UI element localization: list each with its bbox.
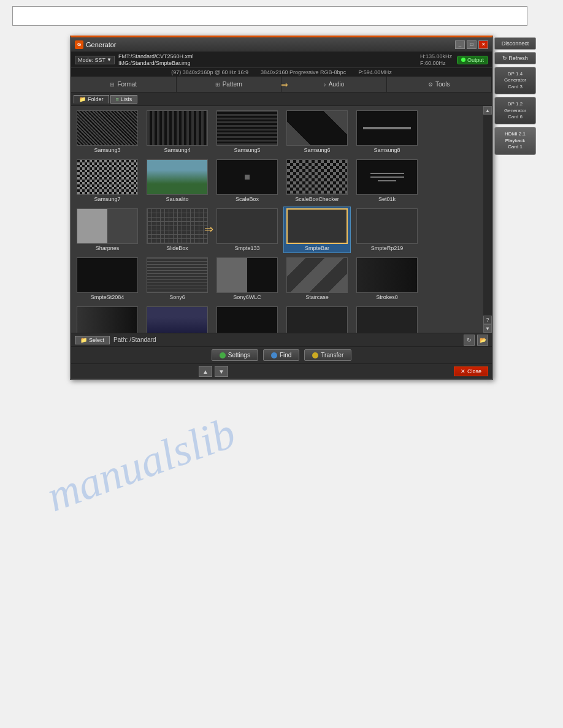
file-thumb [356, 208, 418, 244]
list-item[interactable]: Strokes0 [353, 256, 421, 302]
find-button[interactable]: Find [263, 349, 299, 361]
list-item[interactable]: TAARampB [213, 305, 281, 333]
list-item[interactable]: SmpteBar [283, 207, 351, 253]
list-item[interactable]: ScaleBox [213, 157, 281, 204]
list-item[interactable]: Samsung8 [353, 108, 421, 155]
fmt-path: FMT:/Standard/CVT2560H.xml [118, 53, 194, 59]
file-label: Samsung6 [304, 147, 330, 153]
img-path: IMG:/Standard/SmpteBar.img [118, 60, 194, 66]
output-button[interactable]: Output [457, 56, 488, 64]
list-item[interactable]: TPVAOC1 [283, 305, 351, 333]
app-window: G Generator _ □ ✕ Mode: SST ▼ FMT [70, 36, 493, 380]
list-item[interactable]: Samsung5 [213, 108, 281, 155]
maximize-button[interactable]: □ [467, 40, 477, 49]
settings-button[interactable]: Settings [212, 349, 258, 361]
file-thumb [216, 306, 278, 333]
file-thumb [147, 306, 208, 333]
list-item[interactable]: Samsung4 [144, 108, 211, 155]
path-text: Path: /Standard [113, 336, 156, 343]
content-area: Samsung3 Samsung4 Samsung5 [71, 106, 492, 333]
file-thumb [77, 159, 138, 195]
file-thumb [216, 208, 278, 244]
card-dp12-button[interactable]: DP 1.2GeneratorCard 6 [494, 97, 536, 124]
file-grid[interactable]: Samsung3 Samsung4 Samsung5 [71, 106, 483, 333]
scroll-up-button[interactable]: ▲ [483, 106, 492, 115]
file-label: Samsung5 [234, 147, 260, 153]
tools-icon: ⚙ [428, 82, 433, 88]
card-hdmi21-button[interactable]: HDMI 2.1PlaybackCard 1 [494, 127, 536, 154]
status-bar: 📁 Select Path: /Standard ↻ 📂 [71, 333, 492, 346]
list-item[interactable]: Samsung6 [283, 108, 351, 155]
list-item[interactable]: TPVAOC2 [353, 305, 421, 333]
scroll-help[interactable]: ? [483, 316, 492, 324]
list-item[interactable]: Set01k [353, 157, 421, 204]
nav-down-button[interactable]: ▼ [215, 366, 228, 377]
list-item[interactable]: SmpteRp219 [353, 207, 421, 253]
select-label: Select [89, 337, 104, 343]
settings-icon [220, 352, 226, 358]
resolution-bar: (97) 3840x2160p @ 60 Hz 16:9 3840x2160 P… [71, 67, 492, 77]
list-item[interactable]: SlideBox [144, 207, 211, 253]
file-thumb [147, 110, 208, 146]
list-item[interactable]: SmpteSt2084 [74, 256, 141, 302]
tab-audio[interactable]: ♪ Audio [282, 77, 387, 92]
bottom-buttons: Settings Find Transfer [71, 346, 492, 363]
close-bar: ▲ ▼ ✕ Close [71, 363, 492, 379]
disconnect-button[interactable]: Disconnect [494, 37, 536, 50]
file-label: Smpte133 [234, 245, 259, 251]
tab-pattern[interactable]: ⊞ Pattern ⇒ [177, 77, 282, 92]
file-label: SmpteSt2084 [91, 294, 124, 300]
list-item[interactable]: Sony6 [144, 256, 211, 302]
file-label: Samsung8 [373, 147, 400, 153]
h-freq: H:135.00kHz [420, 53, 452, 59]
file-thumb [147, 159, 208, 195]
audio-icon: ♪ [323, 82, 326, 88]
file-thumb [356, 306, 418, 333]
list-item[interactable]: Sausalito [144, 157, 211, 204]
folder-icon-btn[interactable]: 📂 [477, 335, 488, 346]
scrollbar[interactable]: ▲ ? ▼ [483, 106, 492, 333]
tab-format[interactable]: ⊞ Format [71, 77, 177, 92]
info-bar: Mode: SST ▼ FMT:/Standard/CVT2560H.xml I… [71, 52, 492, 67]
file-label: Sharpnes [96, 245, 120, 251]
file-label: ScaleBoxChecker [295, 196, 339, 202]
list-item[interactable]: Sony6WLC [213, 256, 281, 302]
close-x-icon: ✕ [461, 368, 465, 374]
file-row-1: Samsung7 Sausalito ScaleBo [74, 157, 481, 204]
mode-selector[interactable]: Mode: SST ▼ [75, 56, 115, 64]
resolution-text: (97) 3840x2160p @ 60 Hz 16:9 [171, 69, 248, 75]
close-title-button[interactable]: ✕ [478, 40, 488, 49]
file-thumb [286, 208, 348, 244]
file-label: Samsung4 [164, 147, 190, 153]
list-item[interactable]: ⇒ Smpte133 [213, 207, 281, 253]
refresh-icon-btn[interactable]: ↻ [464, 335, 475, 346]
file-thumb [286, 110, 348, 146]
list-item[interactable]: Samsung3 [74, 108, 141, 155]
nav-up-button[interactable]: ▲ [199, 366, 212, 377]
lists-button[interactable]: ≡ Lists [110, 95, 138, 104]
file-label: Samsung7 [94, 196, 120, 202]
list-item[interactable]: Sunset [144, 305, 211, 333]
folder-button[interactable]: 📁 Folder [74, 95, 109, 104]
tab-tools[interactable]: ⚙ Tools [387, 77, 492, 92]
file-label: Strokes0 [376, 294, 398, 300]
list-item[interactable]: Samsung7 [74, 157, 141, 204]
transfer-button[interactable]: Transfer [304, 349, 351, 361]
select-button[interactable]: 📁 Select [75, 336, 110, 344]
refresh-button[interactable]: ↻ Refresh [494, 52, 536, 64]
tab-pattern-label: Pattern [223, 81, 242, 88]
scroll-down-button[interactable]: ▼ [483, 324, 492, 333]
pattern-icon: ⊞ [215, 82, 220, 88]
list-item[interactable]: Sharpnes [74, 207, 141, 253]
right-panel: Disconnect ↻ Refresh DP 1.4GeneratorCard… [494, 37, 536, 155]
list-item[interactable]: Staircase [283, 256, 351, 302]
close-button[interactable]: ✕ Close [454, 366, 488, 376]
p-freq: P:594.00MHz [358, 69, 392, 75]
list-item[interactable]: ScaleBoxChecker [283, 157, 351, 204]
file-row-3: SmpteSt2084 Sony6 Sony6WLC [74, 256, 481, 302]
list-item[interactable]: Strokes1 [74, 305, 141, 333]
file-thumb [286, 159, 348, 195]
file-thumb [286, 306, 348, 333]
minimize-button[interactable]: _ [455, 40, 465, 49]
card-dp14-button[interactable]: DP 1.4GeneratorCard 3 [494, 67, 536, 94]
